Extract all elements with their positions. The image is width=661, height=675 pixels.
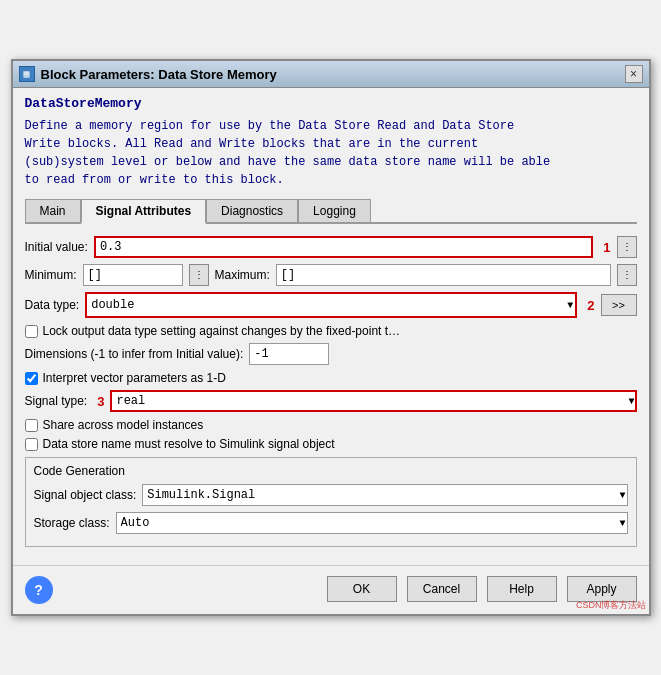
storage-class-label: Storage class:	[34, 516, 110, 530]
maximum-input[interactable]	[276, 264, 611, 286]
storage-class-select-wrapper: Auto ▼	[116, 512, 628, 534]
signal-type-label: Signal type:	[25, 394, 88, 408]
title-bar-left: ▦ Block Parameters: Data Store Memory	[19, 66, 277, 82]
code-gen-title: Code Generation	[34, 464, 628, 478]
ok-button[interactable]: OK	[327, 576, 397, 602]
tab-bar: Main Signal Attributes Diagnostics Loggi…	[25, 199, 637, 224]
signal-type-select[interactable]: real	[110, 390, 636, 412]
desc-line-1: Define a memory region for use by the Da…	[25, 117, 637, 135]
initial-value-input[interactable]	[94, 236, 593, 258]
badge-2: 2	[587, 298, 594, 313]
signal-type-select-wrapper: real ▼	[110, 390, 636, 412]
interpret-checkbox-row: Interpret vector parameters as 1-D	[25, 371, 637, 385]
tab-diagnostics[interactable]: Diagnostics	[206, 199, 298, 222]
maximum-btn[interactable]: ⋮	[617, 264, 637, 286]
help-button[interactable]: Help	[487, 576, 557, 602]
desc-line-4: to read from or write to this block.	[25, 171, 637, 189]
desc-line-3: (sub)system level or below and have the …	[25, 153, 637, 171]
block-name: DataStoreMemory	[25, 96, 637, 111]
initial-value-wrapper	[94, 236, 593, 258]
min-max-row: Minimum: ⋮ Maximum: ⋮	[25, 264, 637, 286]
badge-3: 3	[97, 394, 104, 409]
window-icon: ▦	[19, 66, 35, 82]
maximum-label: Maximum:	[215, 268, 270, 282]
share-checkbox[interactable]	[25, 419, 38, 432]
cancel-button[interactable]: Cancel	[407, 576, 477, 602]
tab-logging[interactable]: Logging	[298, 199, 371, 222]
data-type-select-wrapper: double ▼	[85, 292, 577, 318]
minimum-label: Minimum:	[25, 268, 77, 282]
initial-value-row: Initial value: 1 ⋮	[25, 236, 637, 258]
storage-class-select[interactable]: Auto	[116, 512, 628, 534]
code-gen-box: Code Generation Signal object class: Sim…	[25, 457, 637, 547]
bottom-bar: ? OK Cancel Help Apply	[13, 565, 649, 614]
interpret-label: Interpret vector parameters as 1-D	[43, 371, 226, 385]
minimum-input[interactable]	[83, 264, 183, 286]
signal-type-row: Signal type: 3 real ▼	[25, 390, 637, 412]
lock-checkbox[interactable]	[25, 325, 38, 338]
watermark: CSDN博客方法站	[576, 599, 647, 612]
lock-checkbox-row: Lock output data type setting against ch…	[25, 324, 637, 338]
form-section: Initial value: 1 ⋮ Minimum: ⋮ Maximum: ⋮…	[25, 232, 637, 557]
data-store-label: Data store name must resolve to Simulink…	[43, 437, 335, 451]
signal-class-label: Signal object class:	[34, 488, 137, 502]
data-type-label: Data type:	[25, 298, 80, 312]
data-store-checkbox[interactable]	[25, 438, 38, 451]
share-label: Share across model instances	[43, 418, 204, 432]
desc-line-2: Write blocks. All Read and Write blocks …	[25, 135, 637, 153]
dimensions-input[interactable]	[249, 343, 329, 365]
signal-class-row: Signal object class: Simulink.Signal ▼	[34, 484, 628, 506]
share-checkbox-row: Share across model instances	[25, 418, 637, 432]
data-type-row: Data type: double ▼ 2 >>	[25, 292, 637, 318]
lock-label: Lock output data type setting against ch…	[43, 324, 401, 338]
block-description: Define a memory region for use by the Da…	[25, 117, 637, 189]
content-area: DataStoreMemory Define a memory region f…	[13, 88, 649, 565]
data-type-expand-btn[interactable]: >>	[601, 294, 637, 316]
interpret-checkbox[interactable]	[25, 372, 38, 385]
title-bar: ▦ Block Parameters: Data Store Memory ×	[13, 61, 649, 88]
signal-class-select-wrapper: Simulink.Signal ▼	[142, 484, 627, 506]
data-store-checkbox-row: Data store name must resolve to Simulink…	[25, 437, 637, 451]
signal-class-select[interactable]: Simulink.Signal	[142, 484, 627, 506]
badge-1: 1	[603, 240, 610, 255]
storage-class-row: Storage class: Auto ▼	[34, 512, 628, 534]
data-type-select[interactable]: double	[87, 294, 575, 316]
initial-value-label: Initial value:	[25, 240, 88, 254]
dimensions-label: Dimensions (-1 to infer from Initial val…	[25, 347, 244, 361]
initial-value-btn[interactable]: ⋮	[617, 236, 637, 258]
main-window: ▦ Block Parameters: Data Store Memory × …	[11, 59, 651, 616]
dimensions-row: Dimensions (-1 to infer from Initial val…	[25, 343, 637, 365]
minimum-btn[interactable]: ⋮	[189, 264, 209, 286]
tab-signal-attributes[interactable]: Signal Attributes	[81, 199, 207, 224]
window-title: Block Parameters: Data Store Memory	[41, 67, 277, 82]
help-icon-circle[interactable]: ?	[25, 576, 53, 604]
tab-main[interactable]: Main	[25, 199, 81, 222]
close-button[interactable]: ×	[625, 65, 643, 83]
